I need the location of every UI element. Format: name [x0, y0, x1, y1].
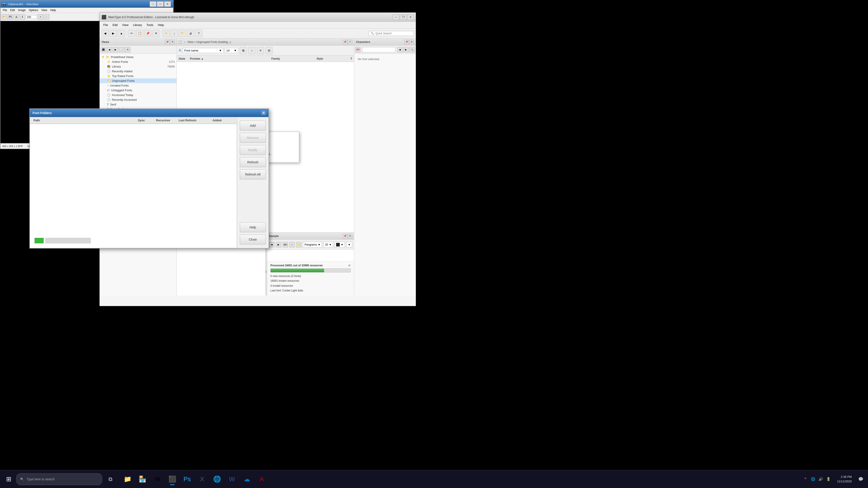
tb-activate[interactable]: ⚡ — [162, 30, 170, 37]
tb-forward[interactable]: ▶ — [110, 30, 117, 37]
taskbar-task-view[interactable]: ⧉ — [103, 473, 118, 486]
tb-zoom-out[interactable]: - — [44, 14, 49, 20]
taskbar-notification[interactable]: 💬 — [855, 473, 866, 486]
tb-install[interactable]: ↓ — [170, 30, 178, 37]
views-tb-2[interactable]: ◀ — [107, 47, 112, 53]
views-tb-3[interactable]: ▶ — [113, 47, 118, 53]
irfanview-menu-view[interactable]: View — [40, 8, 49, 12]
quick-search-input[interactable] — [375, 32, 412, 35]
tree-item-unrated[interactable]: ○ Unrated Fonts — [100, 83, 177, 88]
quick-search-box[interactable]: 🔍 — [369, 31, 414, 36]
font-name-dropdown[interactable]: Font name ▼ — [183, 48, 223, 53]
irfanview-maximize[interactable]: □ — [157, 1, 164, 7]
tags-resize-handle[interactable]: ⋮ — [265, 248, 267, 295]
irfanview-menu-options[interactable]: Options — [27, 8, 39, 12]
zoom-value[interactable]: 100 — [26, 15, 37, 19]
taskbar-search-bar[interactable]: 🔍 Type here to search — [16, 473, 102, 485]
menu-help[interactable]: Help — [156, 23, 166, 27]
sample-bg-dropdown[interactable]: ▼ — [346, 242, 352, 248]
taskbar-app-chrome[interactable]: 🌐 — [210, 473, 224, 486]
tb-zoom-in[interactable]: + — [38, 14, 43, 20]
btn-refresh[interactable]: Refresh — [240, 157, 266, 167]
sample-tb-1[interactable]: ◀ — [269, 242, 274, 248]
sample-color-dropdown[interactable]: ▼ — [335, 242, 345, 248]
progress-close-btn[interactable]: ✕ — [348, 264, 351, 267]
sample-type-dropdown[interactable]: Pangrams ▼ — [303, 242, 322, 248]
tb-print[interactable]: 🖨 — [13, 14, 19, 20]
dialog-close-btn[interactable]: ✕ — [261, 111, 266, 115]
irfanview-minimize[interactable]: ─ — [150, 1, 156, 7]
tree-item-accessed-today[interactable]: 🕐 Accessed Today — [100, 93, 177, 97]
taskbar-app-explorer[interactable]: 📁 — [120, 473, 135, 486]
tb-view-mode[interactable]: ⊞ — [240, 47, 247, 54]
tb-back[interactable]: ◀ — [101, 30, 109, 37]
tray-battery[interactable]: 🔋 — [825, 476, 832, 482]
tree-folder-predefined[interactable]: ▼ 📁 Predefined Views — [100, 55, 177, 59]
tb-up[interactable]: ▲ — [118, 30, 125, 37]
taskbar-app-onedrive[interactable]: ☁ — [240, 473, 254, 486]
tree-item-active-fonts[interactable]: ⚡ Active Fonts 1374 — [100, 59, 177, 64]
sample-tb-2[interactable]: ▶ — [276, 242, 281, 248]
chars-tb-search[interactable]: 🔍 — [409, 47, 415, 53]
taskbar-app-ps[interactable]: Ps — [180, 473, 194, 486]
font-list-pin[interactable]: 📌 — [343, 40, 347, 44]
menu-view[interactable]: View — [120, 23, 130, 27]
tb-info[interactable]: ℹ — [20, 14, 25, 20]
irfanview-menu-image[interactable]: Image — [17, 8, 27, 12]
taskbar-app-mail[interactable]: ✉ — [150, 473, 164, 486]
btn-add[interactable]: Add — [240, 121, 266, 131]
tree-item-library[interactable]: 📚 Library 79899 — [100, 64, 177, 69]
maintype-minimize[interactable]: ─ — [393, 14, 399, 20]
menu-edit[interactable]: Edit — [111, 23, 119, 27]
sample-size-dropdown[interactable]: 20 ▼ — [323, 242, 333, 248]
tb-sort[interactable]: ↕ — [248, 47, 255, 54]
tb-save[interactable]: 💾 — [7, 14, 13, 20]
taskbar-clock[interactable]: 2:36 PM 11/11/2020 — [834, 475, 855, 484]
btn-help[interactable]: Help — [240, 222, 266, 232]
irfanview-menu-help[interactable]: Help — [49, 8, 57, 12]
tree-item-recently-accessed[interactable]: 🕑 Recently Accessed — [100, 97, 177, 102]
font-list-close[interactable]: ✕ — [348, 40, 352, 44]
tree-item-untagged[interactable]: 🏷 Untagged Fonts — [100, 88, 177, 93]
chars-close[interactable]: ✕ — [409, 40, 414, 44]
tb-folder[interactable]: 📁 — [179, 30, 186, 37]
maintype-restore[interactable]: ❒ — [400, 14, 407, 20]
chars-tb-back[interactable]: ◀ — [397, 47, 403, 53]
views-close[interactable]: ✕ — [170, 40, 175, 44]
sample-close[interactable]: ✕ — [348, 234, 352, 238]
irfanview-menu-edit[interactable]: Edit — [9, 8, 16, 12]
tree-item-serif[interactable]: T Serif — [100, 102, 177, 107]
taskbar-app-excel[interactable]: X — [195, 473, 209, 486]
chars-tb-icon[interactable]: UN — [355, 47, 361, 53]
tb-paste[interactable]: 📌 — [144, 30, 151, 37]
tb-open[interactable]: 📂 — [1, 14, 7, 20]
sample-tb-abc[interactable]: abc — [283, 242, 288, 248]
menu-tools[interactable]: Tools — [145, 23, 155, 27]
sample-pin[interactable]: 📌 — [343, 234, 347, 238]
tree-item-recently-added[interactable]: 🕒 Recently Added — [100, 69, 177, 74]
btn-modify[interactable]: Modify — [240, 145, 266, 155]
tree-item-ungrouped[interactable]: 📁 Ungrouped Fonts — [100, 78, 177, 83]
tb-group[interactable]: ⊟ — [266, 47, 273, 54]
chars-pin[interactable]: 📌 — [404, 40, 409, 44]
views-tb-4[interactable]: ⬜ — [119, 47, 124, 53]
sample-tb-sort[interactable]: ↕ — [289, 242, 295, 248]
tray-chevron[interactable]: ^ — [802, 476, 809, 482]
irfanview-menu-file[interactable]: File — [1, 8, 8, 12]
font-size-dropdown[interactable]: 14 ▼ — [225, 48, 238, 53]
tb-delete[interactable]: ✕ — [152, 30, 160, 37]
tree-item-top-rated[interactable]: ⭐ Top Rated Fonts — [100, 74, 177, 78]
views-tb-5[interactable]: ✕ — [125, 47, 130, 53]
taskbar-app-word[interactable]: W — [225, 473, 239, 486]
maintype-close[interactable]: ✕ — [407, 14, 414, 20]
tb-filter[interactable]: ≡ — [257, 47, 264, 54]
sample-tb-star[interactable]: ⭐ — [296, 242, 302, 248]
taskbar-start-button[interactable]: ⊞ — [2, 473, 16, 486]
tray-network[interactable]: 🌐 — [810, 476, 816, 482]
tb-help[interactable]: ? — [195, 30, 202, 37]
tb-print[interactable]: 🖨 — [187, 30, 194, 37]
btn-remove[interactable]: Remove — [240, 133, 266, 143]
views-tb-1[interactable]: ⬛ — [101, 47, 106, 53]
views-pin[interactable]: 📌 — [165, 40, 169, 44]
btn-close[interactable]: Close — [240, 234, 266, 245]
